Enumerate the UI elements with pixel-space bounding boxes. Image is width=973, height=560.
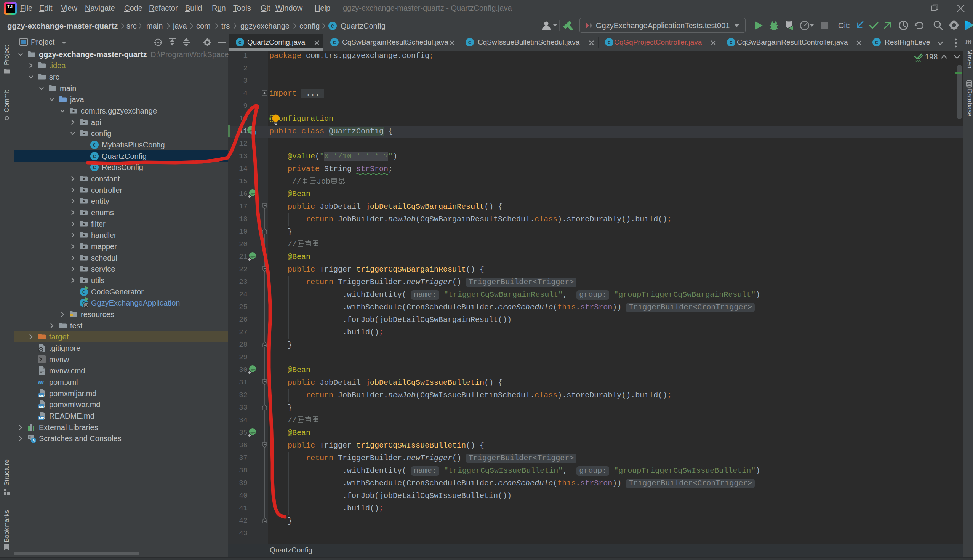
- svg-text:C: C: [608, 40, 611, 46]
- svg-text:C: C: [238, 40, 242, 46]
- svg-text:C: C: [331, 23, 334, 29]
- svg-text:C: C: [875, 40, 878, 46]
- svg-text:MD: MD: [39, 405, 45, 409]
- svg-text:C: C: [333, 40, 336, 46]
- svg-text:C: C: [93, 142, 96, 148]
- svg-text:MD: MD: [39, 416, 45, 420]
- svg-text:c: c: [252, 131, 255, 136]
- svg-text:C: C: [730, 40, 733, 46]
- svg-text:C: C: [93, 154, 96, 160]
- svg-text:C: C: [468, 40, 471, 46]
- svg-text:C: C: [82, 290, 85, 295]
- svg-text:m: m: [38, 378, 44, 386]
- svg-text:MD: MD: [39, 393, 45, 398]
- svg-text:C: C: [93, 165, 96, 171]
